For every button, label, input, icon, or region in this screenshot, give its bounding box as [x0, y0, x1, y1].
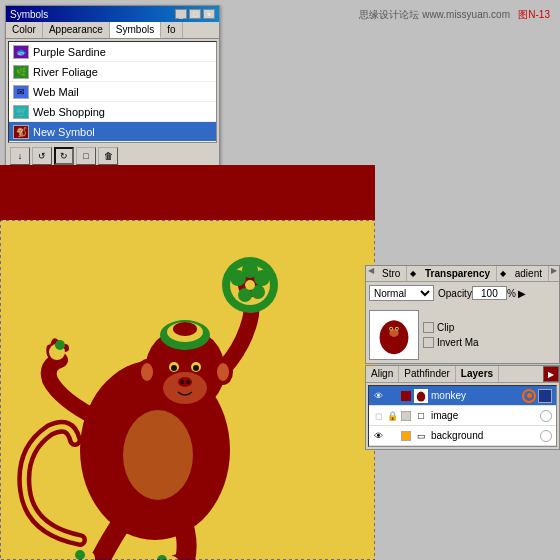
svg-point-9 [238, 288, 252, 302]
opacity-label: Opacity [438, 288, 472, 299]
tab-fo[interactable]: fo [161, 22, 182, 38]
image-lock-icon[interactable]: 🔒 [385, 409, 399, 423]
monkey-illustration [0, 220, 375, 560]
svg-point-40 [390, 328, 392, 330]
stroke-content: Normal Multiply Screen Opacity % ▶ [366, 282, 559, 307]
image-target-circle[interactable] [540, 410, 552, 422]
tab-gradient[interactable]: adient [509, 266, 549, 281]
list-item-selected[interactable]: 🐒 New Symbol [9, 122, 216, 142]
stroke-left-arrow[interactable]: ◀ [366, 266, 376, 281]
list-item[interactable]: ✉ Web Mail [9, 82, 216, 102]
canvas-content [0, 220, 375, 560]
close-button[interactable]: × [203, 9, 215, 19]
monkey-visibility-icon[interactable]: 👁 [371, 389, 385, 403]
image-color-swatch [401, 411, 411, 421]
layers-list: 👁 monkey [368, 385, 557, 447]
tab-transparency[interactable]: Transparency [419, 266, 497, 281]
river-foliage-icon: 🌿 [13, 65, 29, 79]
web-mail-icon: ✉ [13, 85, 29, 99]
web-shopping-label: Web Shopping [33, 106, 105, 118]
svg-point-19 [141, 363, 153, 381]
background-visibility-icon[interactable]: 👁 [371, 429, 385, 443]
transparency-thumb-area: Clip Invert Ma [366, 307, 559, 363]
background-layer-icon: ▭ [413, 429, 429, 443]
transparency-options: Clip Invert Ma [423, 310, 479, 360]
right-panels: ◀ Stro ◆ Transparency ◆ adient ▶ Normal … [365, 265, 560, 450]
stroke-transparency-panel: ◀ Stro ◆ Transparency ◆ adient ▶ Normal … [365, 265, 560, 364]
list-item[interactable]: 🛒 Web Shopping [9, 102, 216, 122]
svg-point-31 [157, 555, 167, 560]
new-symbol-label: New Symbol [33, 126, 95, 138]
maximize-button[interactable]: □ [189, 9, 201, 19]
new-button[interactable]: □ [76, 147, 96, 165]
stroke-tabs: ◀ Stro ◆ Transparency ◆ adient ▶ [366, 266, 559, 282]
invert-row: Invert Ma [423, 337, 479, 348]
svg-point-8 [242, 262, 258, 278]
tab-symbols[interactable]: Symbols [110, 22, 161, 38]
target-inner [527, 393, 532, 398]
background-lock-icon [385, 429, 399, 443]
invert-checkbox[interactable] [423, 337, 434, 348]
clip-checkbox[interactable] [423, 322, 434, 333]
opacity-arrow[interactable]: ▶ [518, 288, 526, 299]
svg-point-29 [75, 550, 85, 560]
symbol-list: 🐟 Purple Sardine 🌿 River Foliage ✉ Web M… [8, 41, 217, 143]
place-button[interactable]: ↓ [10, 147, 30, 165]
river-foliage-label: River Foliage [33, 66, 98, 78]
svg-point-42 [384, 328, 389, 335]
monkey-color-swatch [401, 391, 411, 401]
svg-point-11 [245, 280, 255, 290]
new-symbol-icon: 🐒 [13, 125, 29, 139]
symbol-panel: Symbols _ □ × Color Appearance Symbols f… [5, 5, 220, 168]
layers-tabs: Align Pathfinder Layers ▶ [366, 366, 559, 383]
monkey-target-icon[interactable] [522, 389, 536, 403]
watermark-area: 思缘设计论坛 www.missyuan.com 图N-13 [359, 8, 550, 22]
image-visibility-icon[interactable]: ◻ [371, 409, 385, 423]
layers-list-container: 👁 monkey [366, 383, 559, 449]
layer-row-image[interactable]: ◻ 🔒 □ image [369, 406, 556, 426]
stroke-arrow-icon: ◆ [407, 266, 419, 281]
background-target-circle[interactable] [540, 430, 552, 442]
opacity-percent: % [507, 288, 516, 299]
svg-point-46 [418, 391, 423, 396]
layers-menu-icon: ▶ [548, 370, 554, 379]
minimize-button[interactable]: _ [175, 9, 187, 19]
canvas-area [0, 165, 375, 560]
symbol-toolbar: ↓ ↺ ↻ □ 🗑 [6, 145, 219, 167]
list-item[interactable]: 🌿 River Foliage [9, 62, 216, 82]
invert-label: Invert Ma [437, 337, 479, 348]
svg-point-24 [186, 380, 190, 384]
break-link-button[interactable]: ↺ [32, 147, 52, 165]
layer-row-background[interactable]: 👁 ▭ background [369, 426, 556, 446]
list-item[interactable]: 🐟 Purple Sardine [9, 42, 216, 62]
svg-point-21 [217, 363, 229, 381]
tab-stroke[interactable]: Stro [376, 266, 407, 281]
image-layer-icon: □ [413, 409, 429, 423]
svg-point-16 [171, 365, 177, 371]
layers-menu-button[interactable]: ▶ [543, 366, 559, 382]
blend-mode-row: Normal Multiply Screen Opacity % ▶ [369, 285, 556, 301]
svg-point-41 [396, 328, 398, 330]
titlebar-buttons: _ □ × [175, 9, 215, 19]
monkey-layer-name: monkey [429, 390, 522, 401]
thumbnail-box [369, 310, 419, 360]
purple-sardine-icon: 🐟 [13, 45, 29, 59]
web-mail-label: Web Mail [33, 86, 79, 98]
delete-button[interactable]: 🗑 [98, 147, 118, 165]
tab-color[interactable]: Color [6, 22, 43, 38]
layer-row-monkey[interactable]: 👁 monkey [369, 386, 556, 406]
stroke-right-arrow[interactable]: ▶ [549, 266, 559, 281]
web-shopping-icon: 🛒 [13, 105, 29, 119]
opacity-input[interactable] [472, 286, 507, 300]
tab-align[interactable]: Align [366, 366, 399, 382]
monkey-layer-extra [538, 389, 552, 403]
reset-button[interactable]: ↻ [54, 147, 74, 165]
tab-pathfinder[interactable]: Pathfinder [399, 366, 456, 382]
tab-layers[interactable]: Layers [456, 366, 499, 382]
dark-red-strip [0, 165, 375, 220]
blend-mode-select[interactable]: Normal Multiply Screen [369, 285, 434, 301]
tab-appearance[interactable]: Appearance [43, 22, 110, 38]
svg-point-43 [399, 328, 404, 335]
svg-point-27 [173, 322, 197, 336]
svg-point-2 [55, 340, 65, 350]
